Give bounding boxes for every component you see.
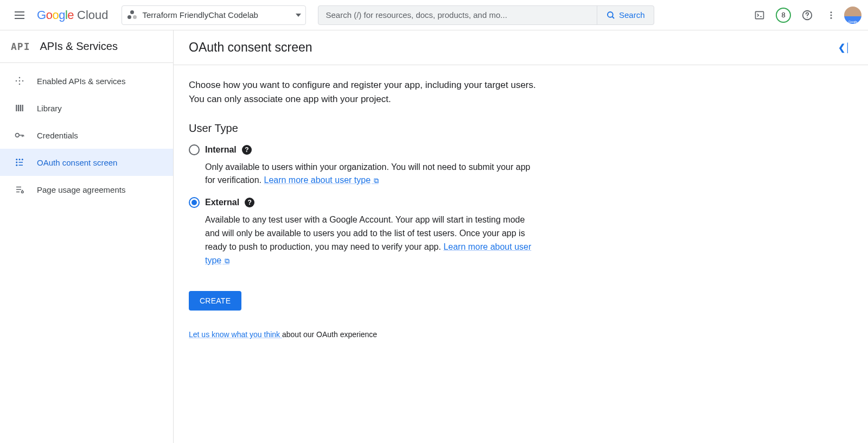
project-picker[interactable]: Terraform FriendlyChat Codelab — [122, 5, 306, 25]
consent-icon — [14, 157, 25, 167]
radio-internal[interactable] — [189, 144, 200, 155]
external-link-icon: ⧉ — [222, 257, 229, 265]
sidebar-item-library[interactable]: Library — [0, 94, 173, 122]
feedback-line: Let us know what you think about our OAu… — [189, 330, 538, 339]
svg-line-1 — [612, 16, 614, 18]
svg-point-4 — [807, 17, 807, 17]
help-icon — [801, 9, 813, 21]
svg-point-5 — [831, 11, 832, 13]
feedback-link[interactable]: Let us know what you think — [189, 330, 282, 339]
sidebar-item-label: Enabled APIs & services — [37, 77, 125, 86]
hamburger-icon — [15, 11, 24, 19]
cloud-shell-button[interactable] — [749, 4, 770, 26]
external-link-icon: ⧉ — [372, 176, 379, 185]
sidebar-title: APIs & Services — [40, 40, 118, 53]
sidebar-item-label: Page usage agreements — [37, 185, 125, 194]
svg-point-0 — [608, 12, 613, 17]
svg-rect-8 — [16, 105, 17, 111]
account-avatar[interactable] — [844, 7, 861, 24]
svg-point-6 — [831, 14, 832, 16]
option-external-label: External — [205, 198, 239, 207]
learn-more-internal-link[interactable]: Learn more about user type ⧉ — [264, 175, 378, 185]
svg-rect-9 — [18, 105, 19, 111]
svg-point-16 — [16, 162, 17, 163]
search-bar: Search — [318, 5, 654, 25]
key-icon — [14, 130, 25, 141]
sidebar-item-enabled-apis[interactable]: Enabled APIs & services — [0, 67, 173, 94]
sidebar-item-label: OAuth consent screen — [37, 158, 117, 167]
sidebar-item-label: Library — [37, 104, 62, 113]
logo-google-text: Google — [37, 8, 74, 22]
more-options-button[interactable] — [820, 4, 842, 26]
intro-text: Choose how you want to configure and reg… — [189, 78, 538, 107]
sidebar-item-oauth-consent[interactable]: OAuth consent screen — [0, 149, 173, 176]
project-icon — [127, 10, 137, 20]
option-external-description: Available to any test user with a Google… — [205, 213, 538, 267]
sidebar-nav: Enabled APIs & services Library Credenti… — [0, 63, 173, 203]
project-name: Terraform FriendlyChat Codelab — [143, 10, 290, 20]
terminal-icon — [754, 10, 765, 21]
trial-badge: 8 — [776, 8, 791, 23]
sidebar: API APIs & Services Enabled APIs & servi… — [0, 30, 174, 443]
sidebar-header[interactable]: API APIs & Services — [0, 30, 173, 63]
radio-external[interactable] — [189, 197, 200, 208]
library-icon — [14, 103, 25, 113]
help-button[interactable] — [796, 4, 818, 26]
help-icon[interactable]: ? — [242, 145, 252, 155]
api-dashboard-icon — [14, 76, 25, 86]
search-button[interactable]: Search — [597, 6, 654, 24]
svg-point-17 — [16, 164, 17, 166]
svg-point-15 — [22, 159, 23, 160]
help-icon[interactable]: ? — [245, 198, 254, 207]
google-cloud-logo[interactable]: Google Cloud — [37, 8, 108, 22]
sidebar-item-label: Credentials — [37, 131, 78, 140]
chevron-down-icon — [296, 14, 301, 17]
main-header: OAuth consent screen ❮│ — [174, 30, 868, 65]
option-internal: Internal ? Only available to users withi… — [189, 144, 538, 188]
search-icon — [606, 10, 616, 20]
sidebar-item-credentials[interactable]: Credentials — [0, 122, 173, 149]
option-internal-label: Internal — [205, 145, 237, 155]
logo-cloud-text: Cloud — [77, 8, 108, 22]
api-logo: API — [11, 41, 30, 52]
user-type-heading: User Type — [189, 122, 538, 135]
kebab-icon — [826, 10, 836, 20]
main-menu-button[interactable] — [7, 2, 33, 28]
free-trial-status[interactable]: 8 — [773, 4, 794, 26]
option-external: External ? Available to any test user wi… — [189, 197, 538, 267]
search-input[interactable] — [318, 10, 597, 20]
create-button[interactable]: CREATE — [189, 291, 241, 311]
agreements-icon — [14, 185, 25, 194]
svg-point-7 — [831, 17, 832, 18]
header: Google Cloud Terraform FriendlyChat Code… — [0, 0, 868, 30]
svg-point-18 — [21, 191, 23, 193]
option-internal-description: Only available to users within your orga… — [205, 161, 538, 188]
svg-point-14 — [19, 159, 21, 160]
svg-rect-2 — [756, 11, 764, 18]
svg-point-13 — [16, 159, 17, 160]
svg-rect-10 — [20, 105, 21, 111]
sidebar-item-page-usage-agreements[interactable]: Page usage agreements — [0, 176, 173, 203]
search-button-label: Search — [619, 10, 645, 20]
header-right: 8 — [749, 4, 861, 26]
svg-point-12 — [16, 134, 20, 137]
svg-rect-11 — [22, 105, 23, 111]
hide-info-panel-button[interactable]: ❮│ — [836, 40, 853, 55]
page-title: OAuth consent screen — [189, 40, 312, 55]
main-content: OAuth consent screen ❮│ Choose how you w… — [174, 30, 868, 443]
